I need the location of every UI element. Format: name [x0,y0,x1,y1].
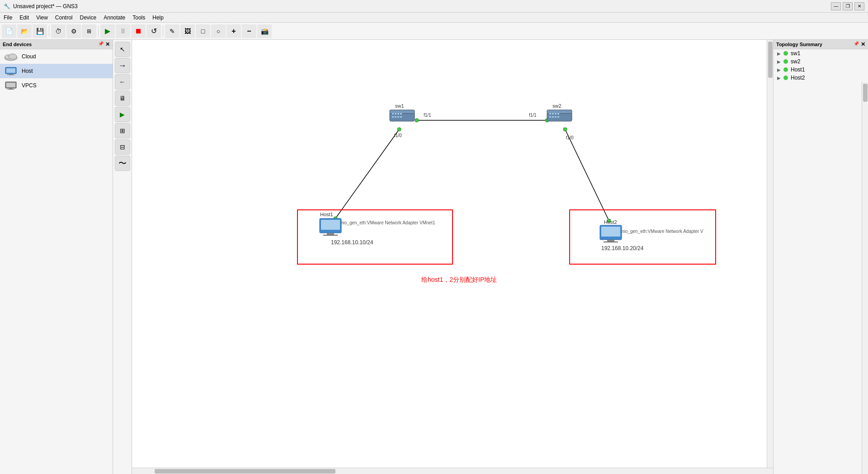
menu-view[interactable]: View [33,14,52,22]
svg-rect-37 [549,113,551,114]
device-vpcs[interactable]: VPCS [0,78,113,93]
open-button[interactable]: 📂 [17,24,32,38]
topo-item-host1[interactable]: ▶ Host1 [774,66,868,74]
topology-summary-header: Topology Summary 📌 ✕ [774,40,868,49]
device-cloud[interactable]: Cloud [0,49,113,64]
save-button[interactable]: 💾 [33,24,47,38]
device-panel-close[interactable]: ✕ [105,41,110,47]
zoom-fit-button[interactable]: ⊞ [82,24,96,38]
topology-list: ▶ sw1 ▶ sw2 ▶ Host1 ▶ Host2 [774,49,868,82]
main-layout: End devices 📌 ✕ Cloud [0,40,868,474]
snapshot-button[interactable]: ⏱ [51,24,66,38]
topology-summary-close[interactable]: ✕ [861,41,865,47]
topology-summary-pin[interactable]: 📌 [854,41,859,47]
cloud-icon [4,51,18,62]
ungroup-tool[interactable]: ⊟ [115,139,130,155]
pointer-tool[interactable]: ↖ [115,42,130,57]
maximize-button[interactable]: ❐ [843,2,853,10]
topo-label-sw2: sw2 [791,58,800,65]
topo-arrow-sw1: ▶ [777,51,781,56]
svg-rect-36 [547,110,572,114]
toolbar-sep3 [163,26,163,37]
svg-line-12 [335,129,399,218]
close-button[interactable]: ✕ [854,2,864,10]
rectangle-button[interactable]: □ [196,24,210,38]
svg-rect-33 [400,116,402,118]
topo-status-host2 [783,76,788,80]
topo-status-sw2 [783,59,788,64]
left-sidebar: End devices 📌 ✕ Cloud [0,40,113,474]
move-tool[interactable]: → [115,58,130,73]
menu-annotate[interactable]: Annotate [100,14,129,22]
right-sidebar: Topology Summary 📌 ✕ ▶ sw1 ▶ sw2 ▶ Host1 [773,40,868,474]
menu-device[interactable]: Device [76,14,100,22]
device-panel-title: End devices [3,42,32,47]
topo-status-host1 [783,67,788,72]
menu-edit[interactable]: Edit [16,14,33,22]
selection-box-host2 [569,209,716,265]
show-port-button[interactable]: 🖼 [180,24,195,38]
svg-text:sw2: sw2 [552,103,561,109]
svg-line-13 [565,129,609,221]
svg-text:f1/0: f1/0 [394,133,402,138]
svg-rect-41 [549,116,551,118]
svg-text:sw1: sw1 [395,103,404,109]
new-button[interactable]: 📄 [2,24,16,38]
device-host[interactable]: Host [0,64,113,78]
svg-rect-38 [552,113,554,114]
reload-button[interactable]: ↺ [146,24,161,38]
monitor-tool[interactable]: 🖥 [115,90,130,106]
svg-rect-43 [555,116,557,118]
device-panel: Cloud Host [0,49,113,474]
play-button[interactable]: ▶ [100,24,115,38]
stop-button[interactable]: ⏹ [131,24,146,38]
canvas-scroll-h[interactable] [132,468,773,474]
pause-button[interactable]: ⏸ [116,24,130,38]
toolbar-sep1 [49,26,49,37]
svg-rect-32 [397,116,399,118]
start-tool[interactable]: ▶ [115,107,130,122]
topo-arrow-host1: ▶ [777,67,781,72]
vpcs-label: VPCS [22,82,37,89]
zoom-in-button[interactable]: + [226,24,241,38]
svg-rect-40 [557,113,559,114]
minimize-button[interactable]: — [831,2,841,10]
svg-rect-27 [395,113,396,114]
svg-text:f1/1: f1/1 [424,113,431,118]
back-tool[interactable]: ← [115,74,130,90]
group-tool[interactable]: ⊞ [115,123,130,138]
snake-tool[interactable]: 〜 [115,156,130,171]
canvas-area[interactable]: f1/1 f1/1 f1/0 f1/0 [132,40,773,474]
svg-rect-42 [552,116,554,118]
svg-rect-31 [395,116,396,118]
title-bar: 🔧 Unsaved project* — GNS3 — ❐ ✕ [0,0,868,13]
edit-node-button[interactable]: ✎ [165,24,179,38]
topo-arrow-sw2: ▶ [777,59,781,64]
menu-tools[interactable]: Tools [129,14,149,22]
topo-item-sw1[interactable]: ▶ sw1 [774,49,868,57]
topo-status-sw1 [783,51,788,56]
menu-help[interactable]: Help [149,14,167,22]
toolbar: 📄 📂 💾 ⏱ ⚙ ⊞ ▶ ⏸ ⏹ ↺ ✎ 🖼 □ ○ + − 📸 [0,23,868,40]
topo-item-sw2[interactable]: ▶ sw2 [774,57,868,66]
menu-control[interactable]: Control [52,14,76,22]
device-panel-pin[interactable]: 📌 [98,41,104,47]
screenshot-button[interactable]: 📸 [257,24,272,38]
host-label: Host [22,68,33,74]
menu-bar: File Edit View Control Device Annotate T… [0,13,868,23]
canvas-scroll-v[interactable] [767,40,773,474]
zoom-out-button[interactable]: − [242,24,256,38]
svg-rect-10 [7,89,14,90]
svg-rect-44 [557,116,559,118]
svg-point-14 [397,128,401,131]
toolbar-sep2 [98,26,99,37]
topo-item-host2[interactable]: ▶ Host2 [774,74,868,82]
ellipse-button[interactable]: ○ [211,24,226,38]
topo-label-host2: Host2 [791,75,805,81]
side-icon-panel: ↖ → ← 🖥 ▶ ⊞ ⊟ 〜 [113,40,132,474]
preferences-button[interactable]: ⚙ [66,24,81,38]
svg-rect-8 [6,83,15,87]
menu-file[interactable]: File [0,14,16,22]
right-sidebar-scroll[interactable] [862,82,868,474]
svg-point-17 [563,128,567,131]
